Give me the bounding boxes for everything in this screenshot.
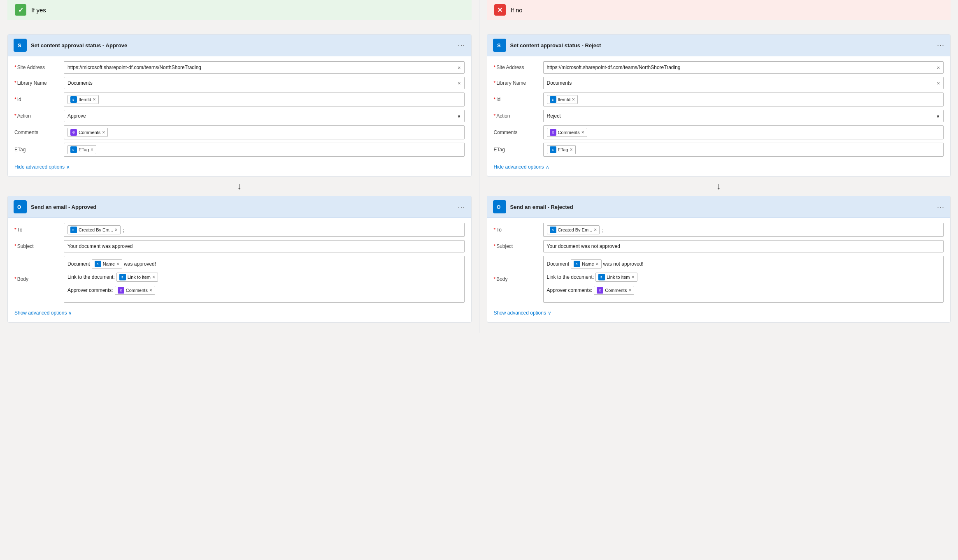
card-menu-btn[interactable]: ···	[458, 203, 465, 211]
token-icon	[118, 287, 124, 294]
field-text: Documents	[547, 80, 572, 86]
token-label: Comments	[605, 288, 627, 293]
token: Comments ×	[594, 286, 634, 295]
field-label: *Id	[14, 97, 60, 102]
token-label: Name	[103, 261, 115, 266]
required-indicator: *	[14, 65, 16, 70]
required-indicator: *	[494, 227, 496, 233]
svg-text:S: S	[552, 229, 554, 231]
advanced-chevron-icon: ∨	[68, 310, 72, 316]
token-remove[interactable]: ×	[572, 97, 575, 102]
token-remove[interactable]: ×	[91, 147, 93, 153]
field-clear-btn[interactable]: ×	[458, 80, 461, 86]
field-clear-btn[interactable]: ×	[458, 65, 461, 71]
field-clear-btn[interactable]: ×	[937, 80, 940, 86]
token-remove[interactable]: ×	[570, 147, 573, 153]
field-dropdown[interactable]: Approve ∨	[64, 110, 465, 122]
card-menu-btn[interactable]: ···	[937, 41, 944, 50]
token-icon: S	[95, 261, 101, 267]
card-icon: O	[493, 200, 506, 213]
token-label: ETag	[558, 147, 568, 152]
field-row: Comments Comments ×	[494, 125, 944, 139]
field-row: *To S Created By Em... × ;	[14, 223, 465, 237]
token-remove[interactable]: ×	[594, 227, 597, 233]
token-remove[interactable]: ×	[149, 287, 152, 293]
token-remove[interactable]: ×	[628, 287, 631, 293]
branch-header-no: ✕ If no	[487, 0, 951, 20]
field-value: S Created By Em... × ;	[64, 223, 465, 237]
token: S Link to item ×	[116, 273, 158, 282]
required-indicator: *	[494, 80, 496, 86]
svg-text:S: S	[552, 98, 554, 101]
field-dropdown[interactable]: Reject ∨	[543, 110, 944, 122]
field-row: *Action Approve ∨	[14, 110, 465, 122]
body-line: Document S Name × was approved!	[67, 259, 461, 268]
svg-text:S: S	[97, 263, 99, 266]
field-value: S ItemId ×	[543, 93, 944, 106]
advanced-options-label: Show advanced options	[494, 310, 546, 316]
body-line: Approver comments: Comments ×	[547, 286, 940, 295]
field-label: *Subject	[494, 243, 539, 249]
token: S Link to item ×	[595, 273, 637, 282]
field-value[interactable]: Your document was not approved	[543, 240, 944, 252]
branch-yes: ✓ If yes S Set content approval status -…	[0, 0, 479, 333]
svg-text:S: S	[72, 98, 74, 101]
field-value[interactable]: Your document was approved	[64, 240, 465, 252]
advanced-options-toggle[interactable]: Hide advanced options ∧	[494, 162, 549, 171]
card-title: Send an email - Approved	[31, 204, 453, 210]
token-remove[interactable]: ×	[632, 274, 635, 280]
card-menu-btn[interactable]: ···	[937, 203, 944, 211]
token-label: Comments	[79, 130, 100, 135]
field-text: https://microsoft.sharepoint-df.com/team…	[547, 65, 681, 70]
advanced-options-toggle[interactable]: Show advanced options ∨	[14, 308, 72, 317]
token: S ItemId ×	[547, 95, 578, 104]
svg-text:S: S	[72, 148, 74, 151]
advanced-options-toggle[interactable]: Hide advanced options ∧	[14, 162, 70, 171]
card-body: *To S Created By Em... × ; *Subject Your…	[8, 218, 471, 322]
svg-text:S: S	[18, 42, 21, 49]
branch-icon: ✓	[15, 4, 26, 16]
field-value: Documents ×	[543, 77, 944, 89]
token-remove[interactable]: ×	[116, 261, 119, 267]
token-remove[interactable]: ×	[93, 97, 96, 102]
svg-text:O: O	[497, 204, 500, 210]
body-field[interactable]: Document S Name × was approved!Link to t…	[64, 256, 465, 303]
svg-text:S: S	[72, 229, 74, 231]
card-send-email-approved: O Send an email - Approved ··· *To S Cre…	[7, 196, 472, 323]
required-indicator: *	[14, 276, 16, 282]
svg-text:S: S	[600, 276, 602, 279]
card-header: O Send an email - Rejected ···	[487, 196, 951, 218]
token-remove[interactable]: ×	[581, 130, 584, 135]
card-icon: S	[14, 39, 27, 52]
field-value: Comments ×	[64, 125, 465, 139]
field-clear-btn[interactable]: ×	[937, 65, 940, 71]
token-label: Link to item	[128, 275, 151, 280]
token: Comments ×	[115, 286, 155, 295]
field-row: ETag S ETag ×	[14, 143, 465, 157]
token-remove[interactable]: ×	[115, 227, 118, 233]
body-field[interactable]: Document S Name × was not approved!Link …	[543, 256, 944, 303]
required-indicator: *	[494, 276, 496, 282]
token-remove[interactable]: ×	[596, 261, 599, 267]
required-indicator: *	[14, 113, 16, 119]
advanced-options-toggle[interactable]: Show advanced options ∨	[494, 308, 551, 317]
field-label: *To	[14, 227, 60, 233]
token: Comments ×	[547, 128, 587, 137]
card-menu-btn[interactable]: ···	[458, 41, 465, 50]
token-remove[interactable]: ×	[152, 274, 155, 280]
branch-label: If no	[511, 7, 523, 14]
field-text: Documents	[67, 80, 93, 86]
advanced-chevron-icon: ∨	[548, 310, 551, 316]
field-label: *Site Address	[14, 65, 60, 70]
advanced-options-label: Show advanced options	[14, 310, 67, 316]
required-indicator: *	[494, 65, 496, 70]
token: S ETag ×	[547, 145, 576, 154]
field-row: *Id S ItemId ×	[14, 93, 465, 106]
token: Comments ×	[67, 128, 108, 137]
token-label: ItemId	[558, 97, 571, 102]
token-icon: S	[598, 274, 605, 280]
advanced-options-label: Hide advanced options	[494, 164, 544, 170]
token-remove[interactable]: ×	[102, 130, 105, 135]
required-indicator: *	[494, 97, 496, 102]
field-row: *Site Address https://microsoft.sharepoi…	[494, 61, 944, 74]
